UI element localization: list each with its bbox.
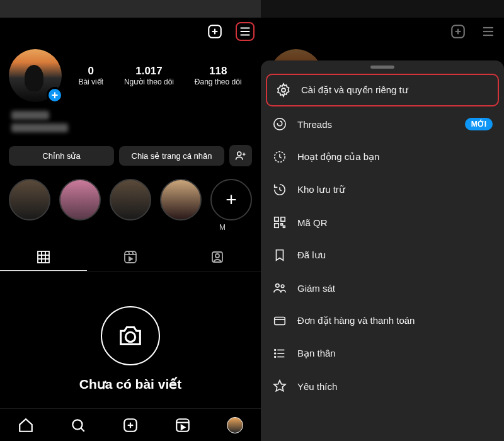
menu-label: Đã lưu [297,249,326,261]
edit-profile-button[interactable]: Chỉnh sửa [9,146,114,166]
menu-label: Mã QR [297,217,328,228]
svg-point-48 [275,350,276,351]
top-bar [261,18,504,45]
star-icon [272,379,287,394]
nav-search[interactable] [69,416,87,434]
svg-rect-36 [275,217,278,221]
stat-following-value: 118 [195,65,242,77]
profile-tabs [0,243,261,272]
profile-header: + 0 Bài viết 1.017 Người theo dõi 118 Đa… [0,45,261,105]
stat-posts-label: Bài viết [78,77,103,86]
svg-point-41 [276,284,280,288]
svg-rect-26 [176,419,189,432]
create-button[interactable] [205,22,224,41]
supervision-icon [272,280,287,295]
menu-label: Đơn đặt hàng và thanh toán [297,315,415,326]
stat-following-label: Đang theo dõi [195,77,242,86]
tab-reels[interactable] [87,243,174,271]
qr-icon [272,215,287,230]
highlight-item[interactable] [59,179,101,220]
menu-button[interactable] [236,22,255,41]
display-name-block [0,105,261,139]
menu-settings-privacy[interactable]: Cài đặt và quyền riêng tư [266,74,499,106]
share-profile-button[interactable]: Chia sẻ trang cá nhân [119,146,224,166]
payment-icon [272,313,287,328]
menu-label: Cài đặt và quyền riêng tư [301,84,408,96]
menu-archive[interactable]: Kho lưu trữ [261,173,504,206]
nav-reels[interactable] [174,416,192,434]
svg-point-20 [125,332,135,341]
sheet-grabber[interactable] [370,66,394,69]
svg-rect-37 [281,217,285,221]
svg-rect-38 [275,224,278,227]
stat-followers[interactable]: 1.017 Người theo dõi [124,65,174,86]
activity-icon [272,149,287,164]
avatar[interactable]: + [9,49,62,102]
svg-rect-9 [38,251,49,263]
svg-line-22 [81,428,84,431]
menu-button[interactable] [479,22,498,41]
menu-favorites[interactable]: Yêu thích [261,370,504,403]
new-badge: MỚI [465,118,493,130]
svg-point-19 [215,254,219,258]
empty-state: Chưa có bài viết [0,272,261,408]
settings-icon [276,83,291,98]
list-icon [272,346,287,361]
svg-point-21 [73,420,83,429]
tab-grid[interactable] [0,243,87,271]
add-story-icon[interactable]: + [47,87,63,103]
svg-rect-43 [275,318,285,325]
profile-screen-left: + 0 Bài viết 1.017 Người theo dõi 118 Đa… [0,0,261,441]
menu-label: Hoạt động của bạn [297,151,379,163]
archive-icon [272,182,287,197]
status-bar [261,0,504,18]
action-buttons: Chỉnh sửa Chia sẻ trang cá nhân [0,139,261,173]
bottom-nav [0,408,261,441]
camera-icon [101,306,160,365]
highlight-add-label: M [0,223,261,232]
menu-screen-right: 0Bài viết 1.017Người theo dõi 118Đang th… [261,0,504,441]
empty-text: Chưa có bài viết [79,377,182,392]
threads-icon [272,117,287,132]
create-button[interactable] [449,22,467,41]
svg-rect-14 [125,251,136,263]
stat-followers-value: 1.017 [124,65,174,77]
menu-label: Bạn thân [297,348,336,359]
menu-sheet: Cài đặt và quyền riêng tư Threads MỚI Ho… [261,60,504,441]
svg-rect-39 [281,224,283,226]
svg-point-34 [282,88,285,92]
menu-supervision[interactable]: Giám sát [261,272,504,304]
top-bar [0,18,261,45]
menu-label: Kho lưu trữ [297,184,345,195]
menu-label: Threads [297,119,332,130]
menu-qr[interactable]: Mã QR [261,206,504,239]
stat-followers-label: Người theo dõi [124,77,174,86]
nav-profile[interactable] [226,416,244,434]
menu-close-friends[interactable]: Bạn thân [261,337,504,370]
menu-label: Giám sát [297,283,335,294]
highlight-item[interactable] [9,179,50,220]
nav-create[interactable] [122,416,139,434]
status-bar [0,0,261,18]
menu-threads[interactable]: Threads MỚI [261,108,504,140]
svg-point-49 [275,353,276,354]
bookmark-icon [272,248,287,263]
svg-rect-40 [284,226,285,228]
menu-orders[interactable]: Đơn đặt hàng và thanh toán [261,304,504,337]
tab-tagged[interactable] [174,243,261,271]
highlight-add[interactable]: + [210,179,252,220]
stat-posts[interactable]: 0 Bài viết [78,65,103,86]
discover-people-button[interactable] [229,145,252,166]
svg-point-50 [275,357,276,358]
highlights-row: + [0,173,261,220]
highlight-item[interactable] [160,179,202,220]
svg-point-42 [281,285,284,288]
nav-home[interactable] [17,416,35,434]
stat-posts-value: 0 [78,65,103,77]
menu-activity[interactable]: Hoạt động của bạn [261,140,504,173]
menu-saved[interactable]: Đã lưu [261,239,504,272]
menu-label: Yêu thích [297,381,337,392]
stat-following[interactable]: 118 Đang theo dõi [195,65,242,86]
svg-point-6 [238,152,241,156]
highlight-item[interactable] [110,179,151,220]
